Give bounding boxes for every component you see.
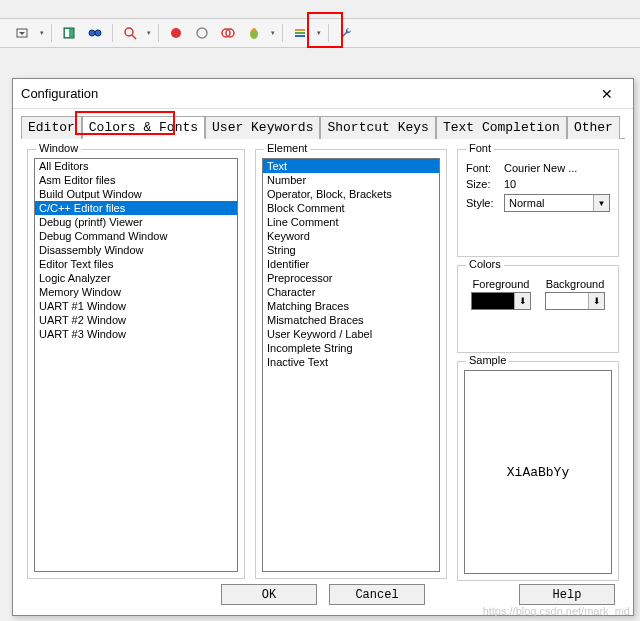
- svg-rect-14: [295, 32, 305, 34]
- size-label: Size:: [466, 178, 504, 190]
- list-item[interactable]: Number: [263, 173, 439, 187]
- zoom-icon[interactable]: [119, 22, 141, 44]
- dialog-content: Window All EditorsAsm Editor filesBuild …: [13, 139, 633, 589]
- list-item[interactable]: Editor Text files: [35, 257, 237, 271]
- svg-point-4: [95, 30, 101, 36]
- list-item[interactable]: Matching Braces: [263, 299, 439, 313]
- cancel-button[interactable]: Cancel: [329, 584, 425, 605]
- titlebar: Configuration ✕: [13, 79, 633, 109]
- ok-button[interactable]: OK: [221, 584, 317, 605]
- list-item[interactable]: UART #3 Window: [35, 327, 237, 341]
- sample-text: XiAaBbYy: [507, 465, 569, 480]
- list-item[interactable]: Memory Window: [35, 285, 237, 299]
- list-item[interactable]: Incomplete String: [263, 341, 439, 355]
- window-listbox[interactable]: All EditorsAsm Editor filesBuild Output …: [34, 158, 238, 572]
- overlap-circles-icon[interactable]: [217, 22, 239, 44]
- caret-icon[interactable]: ▾: [315, 22, 322, 44]
- group-label: Sample: [466, 354, 509, 366]
- svg-point-12: [252, 28, 256, 32]
- list-item[interactable]: UART #1 Window: [35, 299, 237, 313]
- record-red-icon[interactable]: [165, 22, 187, 44]
- separator: [112, 24, 113, 42]
- list-item[interactable]: Operator, Block, Brackets: [263, 187, 439, 201]
- list-item[interactable]: Block Comment: [263, 201, 439, 215]
- list-item[interactable]: Keyword: [263, 229, 439, 243]
- tab-user-keywords[interactable]: User Keywords: [205, 116, 320, 139]
- group-label: Font: [466, 142, 494, 154]
- bug-color-icon[interactable]: [243, 22, 265, 44]
- list-item[interactable]: Disassembly Window: [35, 243, 237, 257]
- separator: [51, 24, 52, 42]
- tabbar: Editor Colors & Fonts User Keywords Shor…: [21, 115, 625, 139]
- svg-point-8: [197, 28, 207, 38]
- list-item[interactable]: Character: [263, 285, 439, 299]
- list-item[interactable]: User Keyword / Label: [263, 327, 439, 341]
- tab-shortcut-keys[interactable]: Shortcut Keys: [320, 116, 435, 139]
- list-item[interactable]: Asm Editor files: [35, 173, 237, 187]
- svg-rect-2: [65, 29, 69, 37]
- list-item[interactable]: Preprocessor: [263, 271, 439, 285]
- tab-other[interactable]: Other: [567, 116, 620, 139]
- list-item[interactable]: Mismatched Braces: [263, 313, 439, 327]
- help-button[interactable]: Help: [519, 584, 615, 605]
- tab-editor[interactable]: Editor: [21, 116, 82, 139]
- right-column: Font Font: Courier New ... Size: 10 Styl…: [457, 149, 619, 581]
- element-listbox[interactable]: TextNumberOperator, Block, BracketsBlock…: [262, 158, 440, 572]
- dropdown-icon[interactable]: [12, 22, 34, 44]
- svg-rect-13: [295, 29, 305, 31]
- separator: [328, 24, 329, 42]
- caret-icon[interactable]: ▾: [145, 22, 152, 44]
- foreground-label: Foreground: [471, 278, 531, 290]
- chevron-down-icon: ⬇: [588, 293, 604, 309]
- list-item[interactable]: String: [263, 243, 439, 257]
- caret-icon[interactable]: ▾: [38, 22, 45, 44]
- background-picker[interactable]: ⬇: [545, 292, 605, 310]
- foreground-swatch: [472, 293, 514, 309]
- list-item[interactable]: Build Output Window: [35, 187, 237, 201]
- find-binoculars-icon[interactable]: [84, 22, 106, 44]
- dialog-title: Configuration: [21, 86, 589, 101]
- tab-colors-fonts[interactable]: Colors & Fonts: [82, 116, 205, 139]
- tab-text-completion[interactable]: Text Completion: [436, 116, 567, 139]
- list-item[interactable]: Debug Command Window: [35, 229, 237, 243]
- svg-rect-15: [295, 35, 305, 37]
- svg-point-7: [171, 28, 181, 38]
- window-group: Window All EditorsAsm Editor filesBuild …: [27, 149, 245, 579]
- list-item[interactable]: Debug (printf) Viewer: [35, 215, 237, 229]
- style-label: Style:: [466, 197, 504, 209]
- list-item[interactable]: Identifier: [263, 257, 439, 271]
- svg-line-6: [132, 35, 136, 39]
- font-group: Font Font: Courier New ... Size: 10 Styl…: [457, 149, 619, 257]
- list-item[interactable]: Text: [263, 159, 439, 173]
- button-row: OK Cancel Help: [13, 580, 633, 609]
- style-select[interactable]: Normal ▼: [504, 194, 610, 212]
- group-label: Window: [36, 142, 81, 154]
- background-swatch: [546, 293, 588, 309]
- group-label: Element: [264, 142, 310, 154]
- wrench-icon[interactable]: [335, 22, 357, 44]
- svg-point-3: [89, 30, 95, 36]
- chevron-down-icon: ⬇: [514, 293, 530, 309]
- list-item[interactable]: UART #2 Window: [35, 313, 237, 327]
- configuration-dialog: Configuration ✕ Editor Colors & Fonts Us…: [12, 78, 634, 616]
- foreground-picker[interactable]: ⬇: [471, 292, 531, 310]
- main-toolbar: ▾ ▾ ▾ ▾: [0, 18, 640, 48]
- element-group: Element TextNumberOperator, Block, Brack…: [255, 149, 447, 579]
- list-item[interactable]: Logic Analyzer: [35, 271, 237, 285]
- svg-point-5: [125, 28, 133, 36]
- font-value[interactable]: Courier New ...: [504, 162, 610, 174]
- caret-icon[interactable]: ▾: [269, 22, 276, 44]
- close-button[interactable]: ✕: [589, 82, 625, 106]
- sample-box: XiAaBbYy: [464, 370, 612, 574]
- record-outline-icon[interactable]: [191, 22, 213, 44]
- list-item[interactable]: C/C++ Editor files: [35, 201, 237, 215]
- group-label: Colors: [466, 258, 504, 270]
- size-value[interactable]: 10: [504, 178, 610, 190]
- list-view-icon[interactable]: [289, 22, 311, 44]
- list-item[interactable]: Inactive Text: [263, 355, 439, 369]
- list-item[interactable]: Line Comment: [263, 215, 439, 229]
- list-item[interactable]: All Editors: [35, 159, 237, 173]
- font-label: Font:: [466, 162, 504, 174]
- separator: [158, 24, 159, 42]
- book-icon[interactable]: [58, 22, 80, 44]
